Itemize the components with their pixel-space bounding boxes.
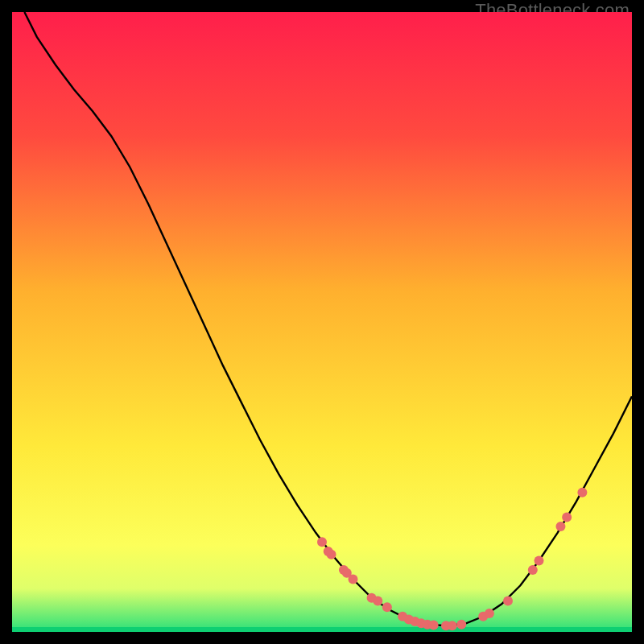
- curve-marker: [456, 620, 466, 630]
- curve-marker: [555, 522, 565, 531]
- curve-marker: [429, 621, 439, 630]
- chart-bottom-edge: [12, 627, 632, 632]
- curve-marker: [448, 621, 457, 630]
- curve-marker: [485, 609, 494, 618]
- chart-svg: [12, 12, 632, 632]
- curve-marker: [577, 488, 587, 497]
- curve-marker: [503, 597, 513, 606]
- curve-marker: [562, 513, 572, 522]
- curve-marker: [528, 565, 538, 575]
- curve-marker: [327, 550, 336, 559]
- curve-marker: [373, 597, 382, 606]
- curve-marker: [317, 537, 327, 547]
- curve-marker: [382, 602, 392, 612]
- curve-marker: [535, 555, 544, 565]
- curve-marker: [349, 575, 358, 584]
